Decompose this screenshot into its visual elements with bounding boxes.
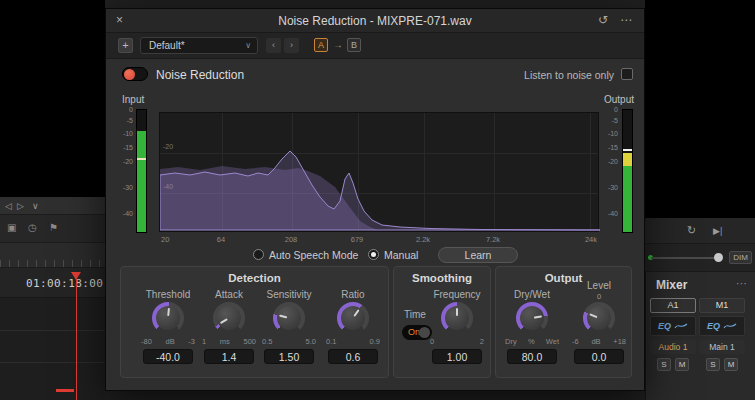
spectrum-curves — [160, 113, 600, 231]
track-divider — [0, 330, 105, 331]
time-label: Time — [404, 309, 426, 320]
sensitivity-knob[interactable] — [273, 302, 305, 334]
playhead-line[interactable] — [76, 276, 77, 400]
mixer-menu-icon[interactable]: ⋯ — [736, 277, 747, 290]
track-divider — [0, 362, 105, 363]
default-scale-mark: 0 — [571, 292, 627, 301]
plugin-name-label: Noise Reduction — [156, 68, 244, 82]
solo-button[interactable]: S — [706, 358, 720, 371]
output-meter-label: Output — [604, 94, 634, 105]
dim-button[interactable]: DIM — [729, 251, 752, 264]
eq-label: EQ — [707, 321, 720, 331]
eq-curve-icon — [723, 321, 737, 331]
auto-speech-mode-label[interactable]: Auto Speech Mode — [269, 249, 358, 261]
noise-reduction-dialog: × Noise Reduction - MIXPRE-071.wav ↺ ⋯ +… — [105, 8, 645, 391]
dry-wet-value[interactable]: 80.0 — [507, 349, 557, 364]
monitor-volume-track[interactable] — [651, 257, 721, 259]
listen-noise-checkbox[interactable] — [621, 68, 633, 80]
sensitivity-value[interactable]: 1.50 — [264, 349, 314, 364]
transport-bar: ↻ ▶| — [645, 218, 755, 244]
spectrum-analyzer: -20 -40 — [159, 112, 599, 232]
monitor-volume-knob[interactable] — [714, 253, 723, 262]
ratio-knob[interactable] — [337, 302, 369, 334]
knob-label: Frequency — [429, 289, 485, 301]
output-section: Output Dry/Wet Dry%Wet 80.0 Level 0 -6dB… — [495, 266, 632, 378]
learn-button[interactable]: Learn — [438, 247, 518, 263]
ab-arrow-icon: → — [333, 39, 343, 50]
timecode-display: 01:00:18:00 — [26, 277, 103, 290]
dialog-title: Noise Reduction - MIXPRE-071.wav — [106, 14, 644, 28]
eq-curve-icon — [674, 321, 688, 331]
dialog-titlebar[interactable]: × Noise Reduction - MIXPRE-071.wav ↺ ⋯ — [106, 9, 644, 33]
options-menu-icon[interactable]: ⋯ — [620, 13, 632, 27]
plugin-enable-toggle[interactable] — [122, 67, 148, 81]
video-viewer-left — [0, 0, 105, 197]
timeline-toolbar-upper: ◁ ▷ ∨ — [0, 197, 105, 215]
prev-frame-icon[interactable]: ◁ — [5, 201, 12, 211]
attack-knob[interactable] — [213, 302, 245, 334]
mixer-panel: Mixer ⋯ A1 EQ Audio 1 S M M1 EQ Main 1 S — [645, 272, 755, 400]
timecode-strip: 01:00:18:00 — [0, 268, 105, 298]
track-name-main1: Main 1 — [699, 340, 745, 354]
monitor-bar: DIM — [645, 244, 755, 272]
preset-bar: + Default* ∨ ‹ › A → B — [106, 33, 644, 59]
eq-label: EQ — [658, 321, 671, 331]
frequency-knob[interactable] — [441, 302, 473, 334]
track-name-audio1: Audio 1 — [650, 340, 696, 354]
chevron-down-icon: ∨ — [245, 38, 251, 53]
auto-speech-mode-radio[interactable] — [253, 249, 264, 260]
history-icon[interactable]: ↺ — [598, 13, 608, 27]
dry-wet-knob[interactable] — [516, 302, 548, 334]
ratio-value[interactable]: 0.6 — [328, 349, 378, 364]
strip-header-a1[interactable]: A1 — [650, 298, 696, 313]
level-value[interactable]: 0.0 — [574, 349, 624, 364]
ab-compare-a-button[interactable]: A — [314, 38, 328, 52]
input-meter-scale: 0 -5 -10 -15 -20 -30 -40 — [111, 109, 133, 233]
knob-label: Dry/Wet — [504, 289, 560, 301]
eq-cell-m1[interactable]: EQ — [699, 316, 745, 336]
detection-section: Detection Threshold -80dB-3 -40.0 Attack… — [120, 266, 389, 378]
preset-next-button[interactable]: › — [284, 38, 299, 53]
flag-icon[interactable]: ⚑ — [49, 222, 58, 233]
timeline-ruler[interactable] — [0, 243, 105, 268]
time-smoothing-toggle[interactable]: On — [402, 325, 432, 340]
level-knob[interactable] — [583, 302, 615, 334]
frequency-value[interactable]: 1.00 — [432, 349, 482, 364]
attack-value[interactable]: 1.4 — [204, 349, 254, 364]
skip-to-end-icon[interactable]: ▶| — [713, 226, 722, 236]
threshold-knob[interactable] — [152, 302, 184, 334]
preset-name: Default* — [149, 40, 185, 51]
knob-label: Ratio — [325, 289, 381, 301]
video-viewer-right — [645, 0, 755, 218]
strip-header-m1[interactable]: M1 — [699, 298, 745, 313]
ab-compare-b-button[interactable]: B — [347, 38, 361, 52]
preset-prev-button[interactable]: ‹ — [266, 38, 281, 53]
section-title: Smoothing — [394, 272, 490, 284]
mode-row: Auto Speech Mode Manual Learn — [106, 247, 644, 265]
knob-label: Sensitivity — [261, 289, 317, 301]
manual-mode-radio[interactable] — [368, 249, 379, 260]
clock-icon[interactable]: ◷ — [28, 222, 37, 233]
audio-clip-fragment[interactable] — [56, 389, 74, 392]
knob-label: Level — [571, 280, 627, 292]
solo-button[interactable]: S — [657, 358, 671, 371]
loop-icon[interactable]: ↻ — [687, 224, 696, 237]
threshold-value[interactable]: -40.0 — [143, 349, 193, 364]
mute-button[interactable]: M — [675, 358, 689, 371]
mute-button[interactable]: M — [724, 358, 738, 371]
next-frame-icon[interactable]: ▷ — [17, 201, 24, 211]
section-title: Detection — [121, 272, 388, 284]
toggle-knob — [124, 69, 135, 80]
add-preset-button[interactable]: + — [118, 38, 133, 53]
frequency-axis: 20 64 208 679 2.2k 7.2k 24k — [159, 235, 599, 244]
listen-noise-label: Listen to noise only — [509, 69, 614, 81]
manual-mode-label[interactable]: Manual — [384, 249, 418, 261]
chevron-down-icon[interactable]: ∨ — [32, 201, 39, 211]
grid-icon[interactable]: ▣ — [7, 222, 16, 233]
mixer-title: Mixer — [656, 278, 687, 292]
timeline-tracks — [0, 298, 105, 400]
eq-cell-a1[interactable]: EQ — [650, 316, 696, 336]
preset-dropdown[interactable]: Default* ∨ — [140, 37, 258, 54]
output-level-meter — [622, 109, 633, 233]
knob-label: Threshold — [140, 289, 196, 301]
